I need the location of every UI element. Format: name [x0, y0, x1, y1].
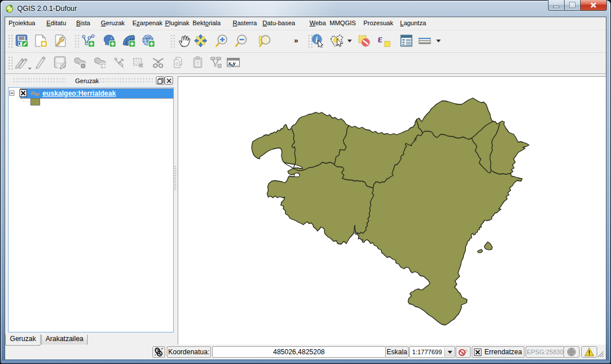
svg-text:ε: ε	[378, 34, 382, 45]
svg-text:i: i	[315, 36, 318, 44]
svg-text:x,y: x,y	[228, 60, 236, 66]
svg-text:M: M	[148, 36, 151, 40]
